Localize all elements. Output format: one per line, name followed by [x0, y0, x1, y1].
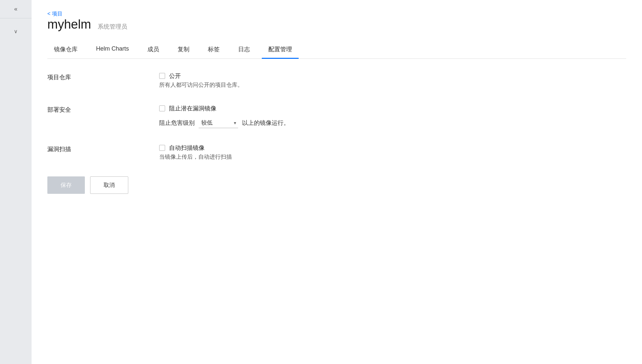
sidebar-top: « — [0, 0, 32, 18]
vulnerability-scan-control: 自动扫描镜像 当镜像上传后，自动进行扫描 — [159, 144, 626, 161]
tab-members[interactable]: 成员 — [141, 41, 166, 59]
tab-tags[interactable]: 标签 — [201, 41, 226, 59]
sidebar: « ∨ — [0, 0, 32, 364]
vulnerability-block-checkbox[interactable] — [159, 105, 165, 111]
button-row: 保存 取消 — [47, 176, 626, 194]
danger-level-suffix: 以上的镜像运行。 — [242, 119, 289, 127]
project-role: 系统管理员 — [98, 23, 127, 31]
cancel-button[interactable]: 取消 — [90, 176, 128, 194]
chevron-down-icon[interactable]: ∨ — [14, 28, 18, 34]
danger-level-prefix: 阻止危害级别 — [159, 119, 195, 127]
public-checkbox-label: 公开 — [169, 72, 181, 80]
tab-mirrors[interactable]: 镜像仓库 — [47, 41, 84, 59]
public-checkbox-wrapper: 公开 — [159, 72, 626, 80]
auto-scan-checkbox[interactable] — [159, 145, 165, 151]
vulnerability-scan-section: 漏洞扫描 自动扫描镜像 当镜像上传后，自动进行扫描 — [47, 144, 626, 161]
danger-level-select[interactable]: 较低 中等 较高 严重 — [199, 118, 238, 128]
project-repo-section: 项目仓库 公开 所有人都可访问公开的项目仓库。 — [47, 72, 626, 89]
vulnerability-block-checkbox-wrapper: 阻止潜在漏洞镜像 — [159, 104, 626, 112]
save-button[interactable]: 保存 — [47, 176, 85, 194]
tab-helm[interactable]: Helm Charts — [89, 41, 136, 59]
project-repo-control: 公开 所有人都可访问公开的项目仓库。 — [159, 72, 626, 89]
auto-scan-description: 当镜像上传后，自动进行扫描 — [159, 153, 626, 161]
vulnerability-scan-label: 漏洞扫描 — [47, 144, 159, 161]
tabs-bar: 镜像仓库 Helm Charts 成员 复制 标签 日志 配置管理 — [47, 41, 626, 59]
deploy-security-section: 部署安全 阻止潜在漏洞镜像 阻止危害级别 较低 中等 较高 严重 — [47, 104, 626, 128]
project-repo-description: 所有人都可访问公开的项目仓库。 — [159, 81, 626, 89]
vulnerability-block-label: 阻止潜在漏洞镜像 — [169, 104, 216, 112]
danger-level-row: 阻止危害级别 较低 中等 较高 严重 ▾ 以上的镜像运行。 — [159, 118, 626, 128]
deploy-security-label: 部署安全 — [47, 104, 159, 128]
tab-replicate[interactable]: 复制 — [171, 41, 196, 59]
tab-logs[interactable]: 日志 — [232, 41, 257, 59]
main-content: < 项目 myhelm 系统管理员 镜像仓库 Helm Charts 成员 复制… — [32, 0, 642, 364]
content-area: < 项目 myhelm 系统管理员 镜像仓库 Helm Charts 成员 复制… — [32, 0, 642, 364]
danger-level-select-wrapper: 较低 中等 较高 严重 ▾ — [199, 118, 238, 128]
public-checkbox[interactable] — [159, 73, 165, 79]
collapse-icon[interactable]: « — [14, 6, 17, 12]
project-header: myhelm 系统管理员 — [47, 17, 626, 32]
auto-scan-checkbox-wrapper: 自动扫描镜像 — [159, 144, 626, 152]
project-repo-label: 项目仓库 — [47, 72, 159, 89]
tab-config[interactable]: 配置管理 — [262, 41, 299, 59]
project-name: myhelm — [47, 17, 91, 32]
auto-scan-label: 自动扫描镜像 — [169, 144, 205, 152]
deploy-security-control: 阻止潜在漏洞镜像 阻止危害级别 较低 中等 较高 严重 ▾ 以上的镜像运行。 — [159, 104, 626, 128]
breadcrumb[interactable]: < 项目 — [47, 11, 62, 16]
